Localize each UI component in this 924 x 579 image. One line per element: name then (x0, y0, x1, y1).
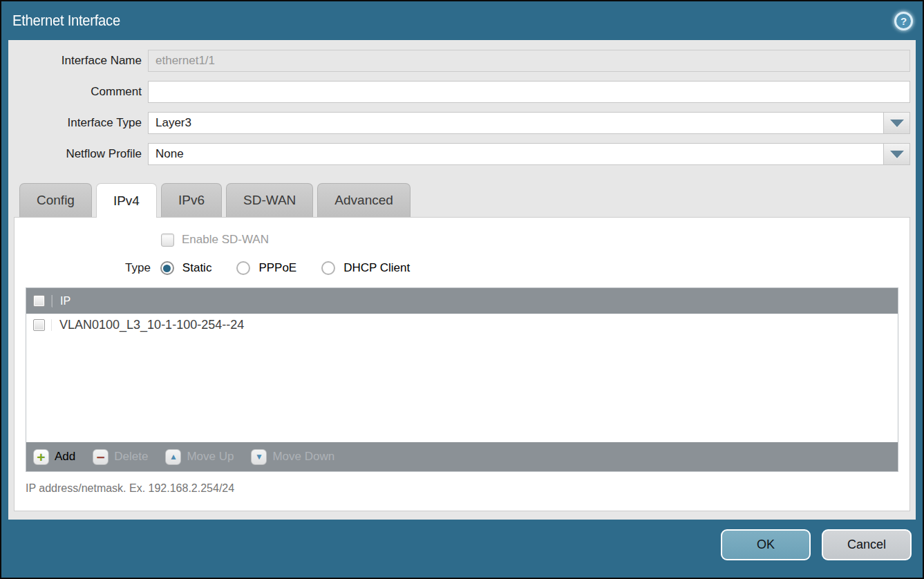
select-all-checkbox[interactable] (33, 295, 45, 307)
interface-name-input (148, 50, 910, 72)
move-up-button: ▲ Move Up (165, 449, 234, 465)
add-icon: + (33, 449, 49, 465)
radio-static-label: Static (182, 261, 212, 275)
ip-table: IP VLAN0100_L3_10-1-100-254--24 + Add (26, 287, 898, 472)
interface-name-row: Interface Name (14, 50, 910, 72)
enable-sdwan-label: Enable SD-WAN (182, 233, 269, 247)
dialog-content: Interface Name Comment Interface Type Ne… (8, 40, 916, 520)
netflow-profile-row: Netflow Profile (14, 143, 910, 165)
type-label: Type (125, 261, 151, 275)
add-button[interactable]: + Add (33, 449, 75, 465)
ip-table-body: VLAN0100_L3_10-1-100-254--24 (26, 314, 898, 442)
radio-dhcp-client[interactable]: DHCP Client (321, 261, 410, 275)
table-row[interactable]: VLAN0100_L3_10-1-100-254--24 (26, 314, 898, 336)
cancel-button[interactable]: Cancel (822, 529, 912, 560)
interface-type-input[interactable] (148, 112, 884, 134)
tab-bar: Config IPv4 IPv6 SD-WAN Advanced (19, 183, 910, 217)
ethernet-interface-dialog: Ethernet Interface ? Interface Name Comm… (0, 0, 924, 579)
type-row: Type Static PPPoE DHCP Client (125, 261, 909, 275)
ip-format-hint: IP address/netmask. Ex. 192.168.2.254/24 (26, 482, 909, 495)
interface-type-dropdown-button[interactable] (884, 112, 910, 134)
radio-pppoe-label: PPPoE (258, 261, 296, 275)
enable-sdwan-checkbox (161, 234, 174, 247)
help-icon-glyph: ? (901, 15, 907, 27)
move-down-icon: ▼ (251, 449, 267, 465)
dialog-titlebar: Ethernet Interface ? (1, 1, 923, 40)
delete-button-label: Delete (114, 450, 148, 464)
interface-type-row: Interface Type (14, 112, 910, 134)
netflow-profile-label: Netflow Profile (14, 147, 148, 161)
row-ip-value: VLAN0100_L3_10-1-100-254--24 (52, 318, 244, 332)
delete-button: − Delete (93, 449, 148, 465)
dropdown-arrow-icon (890, 120, 904, 127)
tab-advanced[interactable]: Advanced (317, 183, 411, 217)
tab-ipv4[interactable]: IPv4 (96, 183, 157, 218)
radio-dhcp-client-control (321, 261, 335, 275)
interface-type-label: Interface Type (14, 116, 148, 130)
radio-pppoe-control (236, 261, 250, 275)
ipv4-tab-panel: Enable SD-WAN Type Static PPPoE DHCP Cli… (14, 217, 910, 511)
help-icon[interactable]: ? (894, 12, 913, 30)
tab-config[interactable]: Config (19, 183, 92, 217)
ip-table-toolbar: + Add − Delete ▲ Move Up ▼ Move Down (26, 442, 898, 471)
dialog-title: Ethernet Interface (12, 12, 120, 30)
enable-sdwan-row: Enable SD-WAN (161, 233, 909, 247)
comment-input[interactable] (148, 81, 910, 103)
radio-dhcp-client-label: DHCP Client (343, 261, 410, 275)
ok-button[interactable]: OK (721, 529, 811, 560)
netflow-profile-input[interactable] (148, 143, 884, 165)
add-button-label: Add (55, 450, 75, 464)
ip-table-header: IP (26, 288, 898, 314)
move-down-button-label: Move Down (272, 450, 334, 464)
interface-name-label: Interface Name (14, 54, 148, 68)
radio-static-control (160, 261, 174, 275)
radio-static[interactable]: Static (160, 261, 212, 275)
tab-sdwan[interactable]: SD-WAN (226, 183, 313, 217)
comment-row: Comment (14, 81, 910, 103)
dropdown-arrow-icon (890, 151, 904, 158)
delete-icon: − (93, 449, 109, 465)
tab-ipv6[interactable]: IPv6 (161, 183, 222, 217)
comment-label: Comment (14, 85, 148, 99)
move-up-icon: ▲ (165, 449, 181, 465)
move-up-button-label: Move Up (187, 450, 234, 464)
row-checkbox[interactable] (33, 319, 45, 331)
ip-column-header: IP (52, 295, 898, 307)
dialog-footer: OK Cancel (1, 520, 923, 578)
move-down-button: ▼ Move Down (251, 449, 334, 465)
radio-pppoe[interactable]: PPPoE (236, 261, 296, 275)
netflow-profile-dropdown-button[interactable] (884, 143, 910, 165)
